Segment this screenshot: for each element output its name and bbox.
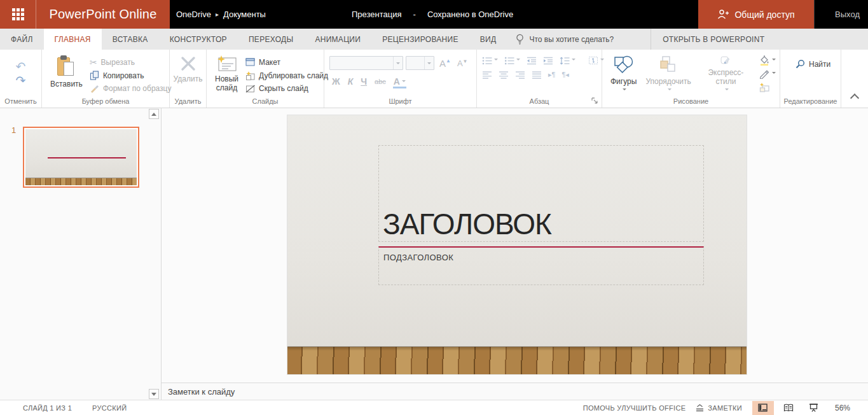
bullets-button[interactable] <box>482 57 498 65</box>
notes-toggle[interactable]: ЗАМЕТКИ <box>696 404 742 412</box>
paste-button[interactable]: Вставить <box>46 53 87 94</box>
align-left-icon <box>482 71 492 79</box>
arrange-button[interactable]: Упорядочить <box>641 53 695 94</box>
font-size-combobox[interactable] <box>406 56 434 70</box>
title-placeholder[interactable]: ЗАГОЛОВОК <box>378 145 704 242</box>
quick-styles-button[interactable]: Экспресс-стили <box>696 53 756 94</box>
quick-styles-icon <box>715 55 736 66</box>
document-title-cluster: Презентация - Сохранено в OneDrive <box>352 0 513 29</box>
undo-button[interactable]: ↶ <box>16 60 26 73</box>
normal-view-icon <box>758 404 768 412</box>
document-title[interactable]: Презентация <box>352 10 402 19</box>
grow-font-button[interactable]: A▲ <box>437 58 453 69</box>
find-button[interactable]: Найти <box>793 57 837 71</box>
tab-transitions[interactable]: ПЕРЕХОДЫ <box>238 29 304 50</box>
breadcrumb-documents[interactable]: Документы <box>223 10 266 19</box>
align-left-button[interactable] <box>482 71 492 79</box>
decrease-indent-button[interactable] <box>527 57 537 65</box>
slideshow-view-button[interactable] <box>803 401 825 415</box>
zoom-level[interactable]: 56% <box>835 404 850 412</box>
thumbnail-floor <box>25 178 137 185</box>
notes-toggle-label: ЗАМЕТКИ <box>708 404 742 412</box>
duplicate-shape-button[interactable] <box>759 81 776 93</box>
waffle-icon <box>12 8 24 20</box>
align-right-button[interactable] <box>515 71 525 79</box>
hide-slide-button[interactable]: Скрыть слайд <box>243 82 331 95</box>
cut-button[interactable]: ✂ Вырезать <box>87 56 174 69</box>
duplicate-slide-button[interactable]: Дублировать слайд <box>243 69 331 82</box>
thumbnail-scroll-down-button[interactable] <box>149 389 159 399</box>
subtitle-placeholder[interactable]: ПОДЗАГОЛОВОК <box>378 246 704 285</box>
hide-slide-label: Скрыть слайд <box>259 84 308 93</box>
signout-link[interactable]: Выход <box>835 0 860 29</box>
tab-file[interactable]: ФАЙЛ <box>0 29 44 50</box>
increase-indent-icon <box>543 57 553 65</box>
thumbnail-accent-line <box>48 157 126 158</box>
underline-button[interactable]: Ч <box>361 76 367 87</box>
increase-indent-button[interactable] <box>543 57 553 65</box>
tab-insert[interactable]: ВСТАВКА <box>102 29 159 50</box>
tab-home[interactable]: ГЛАВНАЯ <box>44 29 102 50</box>
format-painter-button[interactable]: Формат по образцу <box>87 83 174 95</box>
open-in-powerpoint-button[interactable]: ОТКРЫТЬ В POWERPOINT <box>651 29 776 50</box>
reading-view-icon <box>783 404 794 412</box>
improve-office-link[interactable]: ПОМОЧЬ УЛУЧШИТЬ OFFICE <box>583 404 686 412</box>
line-spacing-button[interactable] <box>560 57 575 65</box>
copy-button[interactable]: Копировать <box>87 69 174 82</box>
duplicate-slide-label: Дублировать слайд <box>259 71 328 80</box>
slide-thumbnail[interactable] <box>23 127 139 188</box>
bullets-icon <box>482 57 492 65</box>
reading-view-button[interactable] <box>778 401 799 415</box>
shapes-button[interactable]: Фигуры <box>606 53 641 94</box>
slide-number: 1 <box>11 125 16 135</box>
bold-button[interactable]: Ж <box>332 76 340 87</box>
align-center-button[interactable] <box>499 71 509 79</box>
numbering-icon <box>504 57 514 65</box>
font-color-button[interactable]: А <box>394 76 406 87</box>
slide[interactable]: ЗАГОЛОВОК ПОДЗАГОЛОВОК <box>287 115 747 374</box>
tab-design[interactable]: КОНСТРУКТОР <box>159 29 238 50</box>
paste-label: Вставить <box>50 80 83 88</box>
language-status[interactable]: РУССКИЙ <box>92 404 127 412</box>
ribbon-tab-row: ФАЙЛ ГЛАВНАЯ ВСТАВКА КОНСТРУКТОР ПЕРЕХОД… <box>0 29 868 50</box>
strikethrough-button[interactable]: abc <box>375 78 386 85</box>
status-bar: СЛАЙД 1 ИЗ 1 РУССКИЙ ПОМОЧЬ УЛУЧШИТЬ OFF… <box>0 400 868 415</box>
drawing-group: Фигуры Упорядочить Экс <box>602 50 780 108</box>
normal-view-button[interactable] <box>752 401 774 415</box>
font-group-label: Шрифт <box>324 97 476 105</box>
font-name-combobox[interactable] <box>329 56 403 70</box>
tab-review[interactable]: РЕЦЕНЗИРОВАНИЕ <box>371 29 469 50</box>
shrink-font-button[interactable]: A▼ <box>456 59 469 68</box>
new-slide-button[interactable]: Новый слайд <box>210 53 243 94</box>
shape-fill-button[interactable] <box>759 55 776 66</box>
justify-button[interactable] <box>532 71 542 79</box>
italic-button[interactable]: К <box>348 76 354 87</box>
duplicate-slide-icon <box>245 71 255 80</box>
app-launcher-button[interactable] <box>0 0 36 29</box>
lightbulb-icon <box>516 34 524 45</box>
clipboard-icon <box>57 55 75 77</box>
align-center-icon <box>499 71 509 79</box>
share-button[interactable]: Общий доступ <box>698 0 815 29</box>
tab-view[interactable]: ВИД <box>469 29 507 50</box>
redo-button[interactable]: ↷ <box>16 74 26 87</box>
breadcrumb-onedrive[interactable]: OneDrive <box>176 10 211 19</box>
thumbnail-scroll-up-button[interactable] <box>149 109 159 119</box>
layout-icon <box>245 58 255 66</box>
scissors-icon: ✂ <box>90 57 97 67</box>
numbering-button[interactable] <box>504 57 520 65</box>
shape-outline-button[interactable] <box>759 68 776 80</box>
tab-animations[interactable]: АНИМАЦИИ <box>304 29 371 50</box>
delete-group: Удалить Удалить <box>170 50 207 108</box>
tell-me-box[interactable]: Что вы хотите сделать? <box>507 29 623 50</box>
right-to-left-button[interactable]: ¶◂ <box>561 71 568 79</box>
layout-button[interactable]: Макет <box>243 56 331 69</box>
collapse-ribbon-button[interactable] <box>850 94 859 102</box>
font-color-letter: А <box>394 76 400 87</box>
notes-pane[interactable]: Заметки к слайду <box>162 383 868 400</box>
clipboard-group-label: Буфер обмена <box>42 97 169 105</box>
find-label: Найти <box>809 60 830 69</box>
delete-button[interactable]: Удалить <box>174 53 202 94</box>
shapes-icon <box>613 55 635 74</box>
left-to-right-button[interactable]: ▸¶ <box>548 71 555 79</box>
